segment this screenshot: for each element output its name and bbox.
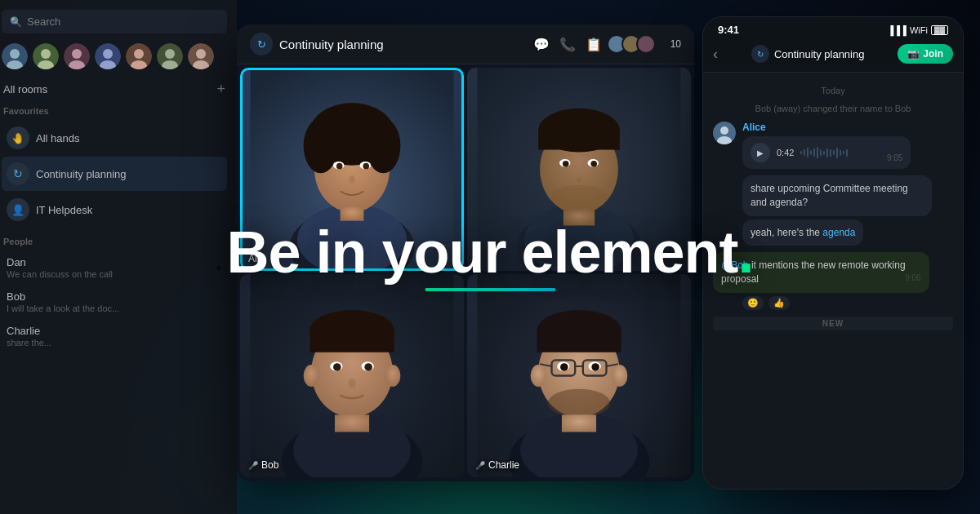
battery-icon: ▓▓ bbox=[931, 25, 948, 35]
video-tile-bob: 🎤 Bob bbox=[240, 274, 464, 477]
svg-point-46 bbox=[590, 161, 597, 167]
svg-point-45 bbox=[563, 161, 569, 167]
video-channel-name: Continuity planning bbox=[279, 38, 384, 51]
svg-point-55 bbox=[304, 365, 319, 387]
desktop-sidebar: 🔍 Search bbox=[0, 0, 237, 514]
video-topbar: ↻ Continuity planning 💬 📞 📋 10 bbox=[237, 24, 694, 64]
helpdesk-icon: 👤 bbox=[7, 198, 29, 221]
sidebar-item-it-helpdesk[interactable]: 👤 IT Helpdesk bbox=[2, 193, 227, 227]
user-avatars-row bbox=[2, 43, 227, 69]
signal-icon: ▐▐▐ bbox=[887, 25, 906, 35]
svg-point-56 bbox=[385, 365, 400, 387]
audio-message[interactable]: ▶ 0:42 bbox=[742, 136, 911, 169]
add-room-button[interactable]: + bbox=[216, 81, 225, 98]
audio-duration: 0:42 bbox=[777, 148, 794, 157]
svg-point-16 bbox=[165, 49, 175, 59]
system-message: Bob (away) changed their name to Bob bbox=[713, 104, 953, 113]
all-rooms-label[interactable]: All rooms bbox=[3, 83, 47, 95]
avatar bbox=[95, 43, 121, 69]
favourites-label: Favourites bbox=[2, 106, 227, 116]
back-button[interactable]: ‹ bbox=[713, 46, 718, 63]
join-label: Join bbox=[923, 48, 943, 60]
room-name: Continuity planning bbox=[36, 168, 127, 180]
search-bar[interactable]: 🔍 Search bbox=[2, 10, 227, 33]
svg-point-83 bbox=[720, 126, 728, 135]
message-button[interactable]: + bbox=[216, 261, 222, 274]
people-section: People Dan We can discuss on the call + … bbox=[2, 237, 227, 352]
screen-share-icon[interactable]: 📋 bbox=[586, 37, 602, 52]
play-button[interactable]: ▶ bbox=[751, 143, 770, 162]
svg-point-10 bbox=[103, 49, 113, 59]
chat-message: share upcoming Committee meeting and age… bbox=[742, 175, 953, 216]
video-tile-charlie: 🎤 Charlie bbox=[467, 274, 691, 477]
status-time: 9:41 bbox=[718, 24, 739, 36]
reaction[interactable]: 👍 bbox=[768, 296, 790, 310]
hero-section: Be in your element. bbox=[226, 223, 753, 291]
svg-point-47 bbox=[551, 185, 606, 209]
avatar bbox=[157, 43, 183, 69]
avatar bbox=[2, 43, 28, 69]
svg-point-33 bbox=[336, 163, 343, 170]
sidebar-item-continuity-planning[interactable]: ↻ Continuity planning bbox=[2, 157, 227, 191]
hero-headline: Be in your element. bbox=[226, 223, 753, 281]
svg-point-34 bbox=[363, 163, 369, 170]
all-rooms-header: All rooms + bbox=[2, 81, 227, 98]
new-messages-badge: NEW bbox=[713, 317, 953, 330]
chat-message: yeah, here's the agenda bbox=[742, 219, 953, 246]
sidebar-item-all-hands[interactable]: 🤚 All hands bbox=[2, 121, 227, 155]
svg-point-80 bbox=[548, 389, 611, 417]
svg-rect-62 bbox=[335, 414, 369, 432]
chat-icon[interactable]: 💬 bbox=[533, 37, 550, 52]
participant-avatars bbox=[612, 34, 656, 54]
message-time: 9:05 bbox=[887, 153, 902, 162]
svg-point-7 bbox=[72, 49, 82, 59]
mobile-chat-area[interactable]: Today Bob (away) changed their name to B… bbox=[703, 73, 963, 345]
participant-label-bob: 🎤 Bob bbox=[248, 459, 278, 471]
chat-message: 🙂 👍 bbox=[742, 296, 953, 310]
sidebar-item-bob[interactable]: Bob I will take a look at the doc... bbox=[2, 286, 227, 318]
avatar bbox=[64, 43, 90, 69]
avatar bbox=[188, 43, 214, 69]
avatar bbox=[33, 43, 59, 69]
participant-name: Bob bbox=[261, 459, 278, 471]
svg-point-13 bbox=[134, 49, 144, 59]
svg-point-59 bbox=[333, 363, 341, 371]
message-reactions: 🙂 👍 bbox=[742, 296, 953, 310]
search-icon: 🔍 bbox=[10, 16, 22, 28]
sidebar-item-dan[interactable]: Dan We can discuss on the call + bbox=[2, 251, 227, 284]
sync-icon: ↻ bbox=[7, 162, 29, 185]
wifi-icon: WiFi bbox=[910, 25, 928, 35]
status-icons: ▐▐▐ WiFi ▓▓ bbox=[887, 25, 948, 35]
people-label: People bbox=[2, 237, 227, 246]
svg-rect-42 bbox=[538, 131, 620, 150]
svg-rect-81 bbox=[562, 414, 596, 432]
person-name: Charlie bbox=[7, 325, 51, 337]
svg-point-74 bbox=[591, 363, 599, 371]
mobile-topbar: ‹ ↻ Continuity planning 📷 Join bbox=[703, 39, 963, 73]
svg-point-29 bbox=[317, 114, 348, 153]
participant-name: Charlie bbox=[488, 459, 519, 471]
person-last-message: We can discuss on the call bbox=[7, 269, 113, 279]
audio-waveform bbox=[800, 146, 880, 159]
message-text: yeah, here's the agenda bbox=[751, 227, 855, 238]
svg-rect-54 bbox=[310, 330, 394, 352]
message-text: share upcoming Committee meeting and age… bbox=[751, 183, 908, 208]
reaction[interactable]: 🙂 bbox=[742, 296, 764, 310]
room-name: IT Helpdesk bbox=[36, 204, 92, 216]
svg-point-60 bbox=[364, 363, 372, 371]
mobile-status-bar: 9:41 ▐▐▐ WiFi ▓▓ bbox=[703, 17, 963, 39]
message-bubble: yeah, here's the agenda bbox=[742, 219, 863, 246]
call-icon[interactable]: 📞 bbox=[559, 37, 576, 52]
sidebar-item-charlie[interactable]: Charlie share the... bbox=[2, 320, 227, 352]
message-sender: Alice bbox=[742, 122, 766, 133]
message-time: 9:06 bbox=[905, 273, 920, 284]
join-button[interactable]: 📷 Join bbox=[898, 44, 953, 64]
person-name: Bob bbox=[7, 290, 119, 303]
message-bubble: share upcoming Committee meeting and age… bbox=[742, 175, 932, 216]
svg-point-61 bbox=[348, 379, 356, 388]
message-avatar bbox=[713, 122, 736, 144]
message-link[interactable]: agenda bbox=[822, 227, 855, 238]
person-name: Dan bbox=[7, 256, 113, 268]
hero-accent-line bbox=[425, 288, 555, 291]
participant-label-charlie: 🎤 Charlie bbox=[475, 459, 519, 471]
